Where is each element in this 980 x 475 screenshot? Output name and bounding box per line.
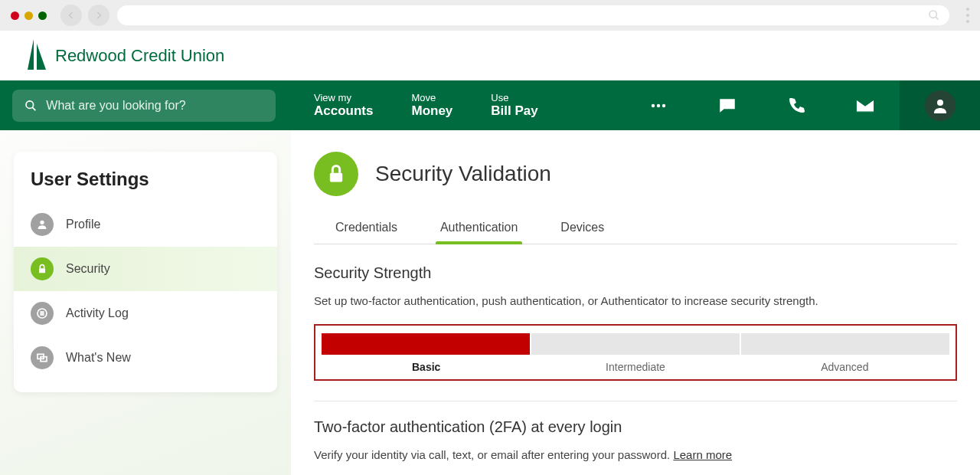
security-strength-section: Security Strength Set up two-factor auth… <box>314 264 957 381</box>
search-icon <box>24 99 37 113</box>
section-body: Verify your identity via call, text, or … <box>314 447 957 464</box>
nav-item-big: Bill Pay <box>491 103 537 118</box>
learn-more-link[interactable]: Learn more <box>673 448 732 461</box>
tab-devices[interactable]: Devices <box>560 216 604 244</box>
svg-line-1 <box>936 17 938 19</box>
svg-line-5 <box>32 107 35 110</box>
svg-rect-18 <box>330 173 342 182</box>
strength-label: Advanced <box>740 361 949 373</box>
section-body: Set up two-factor authentication, push a… <box>314 293 957 310</box>
tab-authentication[interactable]: Authentication <box>440 216 518 244</box>
nav-item-big: Money <box>411 103 452 118</box>
mail-icon <box>854 95 876 116</box>
browser-menu-button[interactable] <box>966 8 969 23</box>
phone-icon <box>787 97 805 115</box>
sidebar-item-label: Profile <box>66 218 100 231</box>
sidebar-item-label: What's New <box>66 351 131 365</box>
person-icon <box>931 97 949 115</box>
nav-item-accounts[interactable]: View my Accounts <box>314 92 373 120</box>
nav-item-money[interactable]: Move Money <box>411 92 452 120</box>
main-content: Security Validation Credentials Authenti… <box>291 130 980 475</box>
site-search-input[interactable] <box>46 99 263 113</box>
redwood-logo-icon <box>28 39 47 73</box>
svg-rect-11 <box>39 268 45 273</box>
sidebar-item-whats-new[interactable]: What's New <box>14 336 277 380</box>
nav-back-button[interactable] <box>60 5 82 26</box>
strength-segment-advanced <box>741 333 949 355</box>
call-button[interactable] <box>762 80 831 130</box>
nav-item-small: View my <box>314 92 373 104</box>
sidebar-item-profile[interactable]: Profile <box>14 202 277 247</box>
main-nav: View my Accounts Move Money Use Bill Pay <box>0 80 980 130</box>
brand-name: Redwood Credit Union <box>55 46 224 66</box>
nav-item-small: Move <box>411 92 452 104</box>
mail-button[interactable] <box>831 80 900 130</box>
tab-credentials[interactable]: Credentials <box>335 216 397 244</box>
security-strength-meter: Basic Intermediate Advanced <box>314 324 957 381</box>
page-title: Security Validation <box>375 162 551 186</box>
section-divider <box>314 401 957 401</box>
browser-address-bar[interactable] <box>117 5 949 25</box>
settings-sidebar: User Settings Profile Security Activity … <box>14 152 277 392</box>
page-header-icon <box>314 152 358 196</box>
person-icon <box>36 218 48 231</box>
section-heading: Security Strength <box>314 264 957 282</box>
screens-icon <box>36 352 48 364</box>
site-search[interactable] <box>12 90 276 122</box>
strength-label: Basic <box>322 361 531 373</box>
brand-header: Redwood Credit Union <box>0 31 980 80</box>
twofa-body-text: Verify your identity via call, text, or … <box>314 448 673 461</box>
svg-point-6 <box>652 103 655 106</box>
nav-item-big: Accounts <box>314 103 373 118</box>
window-controls <box>11 11 47 20</box>
nav-item-billpay[interactable]: Use Bill Pay <box>491 92 537 120</box>
nav-forward-button[interactable] <box>88 5 109 26</box>
sidebar-item-label: Activity Log <box>66 306 129 320</box>
svg-marker-2 <box>28 39 34 70</box>
ellipsis-icon <box>649 97 668 115</box>
svg-point-9 <box>937 100 943 106</box>
strength-segment-basic <box>322 333 530 355</box>
svg-point-4 <box>26 100 34 108</box>
chat-icon <box>717 96 737 116</box>
messages-button[interactable] <box>693 80 762 130</box>
section-heading: Two-factor authentication (2FA) at every… <box>314 418 957 436</box>
svg-point-7 <box>657 103 660 106</box>
two-factor-section: Two-factor authentication (2FA) at every… <box>314 418 957 464</box>
lock-icon <box>325 163 347 185</box>
maximize-window-dot[interactable] <box>38 11 47 20</box>
more-menu-button[interactable] <box>624 80 693 130</box>
sidebar-item-security[interactable]: Security <box>14 247 277 291</box>
lock-icon <box>36 263 48 275</box>
nav-item-small: Use <box>491 92 537 104</box>
svg-point-8 <box>662 103 665 106</box>
sidebar-item-activity-log[interactable]: Activity Log <box>14 291 277 336</box>
browser-chrome <box>0 0 980 31</box>
svg-point-10 <box>40 221 44 224</box>
sidebar-title: User Settings <box>14 169 277 202</box>
list-icon <box>36 307 48 319</box>
strength-segment-intermediate <box>531 333 740 355</box>
svg-marker-3 <box>37 44 46 70</box>
profile-menu-button[interactable] <box>900 80 980 130</box>
close-window-dot[interactable] <box>11 11 19 20</box>
strength-label: Intermediate <box>531 361 740 373</box>
brand-logo[interactable]: Redwood Credit Union <box>28 39 224 73</box>
minimize-window-dot[interactable] <box>24 11 33 20</box>
svg-point-0 <box>929 11 936 18</box>
search-icon <box>928 9 940 21</box>
sidebar-item-label: Security <box>66 262 110 276</box>
settings-tabs: Credentials Authentication Devices <box>314 216 957 244</box>
